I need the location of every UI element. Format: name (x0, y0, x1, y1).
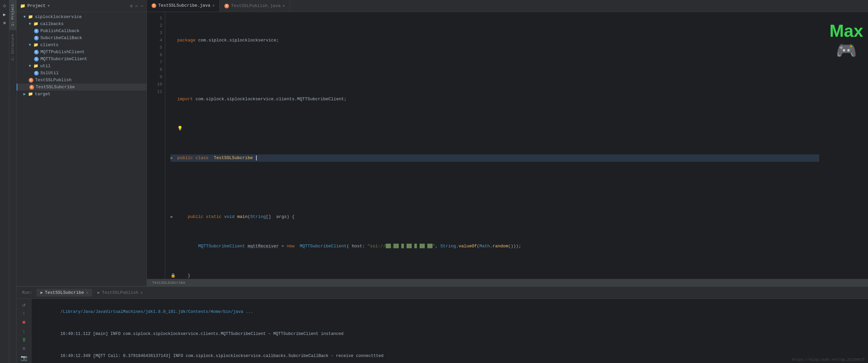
tree-item-util[interactable]: ▼ 📁 util (17, 62, 147, 69)
url-text: https://blog.csdn.net/qq_22239675 (792, 358, 865, 362)
tree-item-siplocklockservice[interactable]: ▼ 📁 siplocklockservice (17, 13, 147, 20)
tree-label-target: target (35, 91, 51, 96)
exchange-icon[interactable]: ⇔ (135, 3, 138, 9)
code-content[interactable]: package com.siplock.siplocklockservice; … (165, 12, 825, 279)
tree-item-clients[interactable]: ▼ 📁 clients (17, 41, 147, 49)
console-output: /Library/Java/JavaVirtualMachines/jdk1.8… (31, 299, 868, 363)
project-header-left: 📁 Project ▼ (20, 3, 50, 9)
bottom-tabs: Run: ▶ TestSSLSubcribe ✕ ▶ TestSSLPublis… (17, 287, 868, 299)
tab-icon-publish: C (224, 4, 229, 8)
class-icon-subcribe-callback: C (34, 36, 39, 40)
tree-item-mqtt-subcribe-client[interactable]: C MQTTSubcribeClient (17, 55, 147, 62)
project-panel: 📁 Project ▼ ⚙ ⇔ ⋯ ▼ 📁 siplocklockservice (17, 0, 147, 286)
run-label: Run: (19, 290, 35, 295)
bottom-tab-publish[interactable]: ▶ TestSSLPublish ✕ (93, 289, 147, 297)
more-icon[interactable]: ⋯ (141, 3, 143, 9)
left-toolbar: ⚙ ▶ ■ (0, 0, 9, 363)
tree-label-mqtt-publish-client: MQTTPublishClient (40, 50, 85, 54)
statusbar-filename: TestSSLSubcribe (152, 281, 185, 285)
project-title: Project (27, 3, 46, 8)
tree-item-mqtt-publish-client[interactable]: C MQTTPublishClient (17, 49, 147, 55)
tree-item-ssl-util[interactable]: C SslUtil (17, 69, 147, 77)
code-line-2 (170, 66, 819, 74)
folder-open-icon-callbacks: ▼ 📁 (29, 21, 38, 26)
stop-button[interactable]: ■ (20, 319, 28, 326)
tab-close-subcribe[interactable]: ✕ (212, 3, 215, 8)
code-text-3: import com.siplock.siplocklockservice.cl… (177, 95, 346, 103)
gear-icon[interactable]: ⚙ (130, 3, 133, 9)
tree-item-subcribe-callback[interactable]: C SubcribeCallBack (17, 34, 147, 41)
tree-item-publish-callback[interactable]: C PublishCallback (17, 27, 147, 34)
console-line-1: /Library/Java/JavaVirtualMachines/jdk1.8… (35, 301, 864, 323)
code-line-4: 💡 (170, 125, 819, 132)
tab-close-publish[interactable]: ✕ (283, 3, 285, 8)
side-label-project[interactable]: 1: Project (9, 0, 17, 30)
pause-button[interactable]: ⏸ (20, 337, 28, 343)
tab-label-subcribe: TestSSLSubcribe.java (158, 3, 210, 8)
tree-label-clients: clients (40, 43, 58, 48)
bulb-icon[interactable]: 💡 (177, 125, 183, 132)
code-line-8: MQTTSubcribeClient mqttReceiver = new MQ… (170, 243, 819, 250)
toolbar-icon-settings[interactable]: ⚙ (1, 2, 8, 9)
watermark-icon: 🎮 (836, 41, 857, 61)
bottom-tab-label-subcribe: TestSSLSubcribe (45, 290, 84, 295)
bottom-tab-subcribe[interactable]: ▶ TestSSLSubcribe ✕ (36, 289, 92, 297)
editor-area: C TestSSLSubcribe.java ✕ C TestSSLPublis… (147, 0, 868, 286)
tree-label-test-ssl-subcribe: TestSSLSubcribe (36, 85, 75, 90)
code-line-5: ▶ public class TestSSLSubcribe (170, 155, 819, 162)
tab-icon-subcribe: C (152, 3, 156, 8)
content-area: 📁 Project ▼ ⚙ ⇔ ⋯ ▼ 📁 siplocklockservice (17, 0, 868, 286)
tree-item-test-ssl-subcribe[interactable]: C TestSSLSubcribe (17, 84, 147, 91)
tree-label-test-ssl-publish: TestSSLPublish (35, 78, 71, 83)
folder-open-icon-util: ▼ 📁 (29, 63, 38, 68)
code-line-7: ▶ public static void main(String[] args)… (170, 213, 819, 221)
line-numbers: 1 2 3 4 5 6 7 8 9 10 11 (147, 12, 165, 279)
restart-button[interactable]: ↺ (20, 302, 28, 308)
console-log-1: 16:49:11.112 [main] INFO com.siplock.sip… (60, 332, 344, 336)
tree-item-test-ssl-publish[interactable]: C TestSSLPublish (17, 77, 147, 84)
editor-tabs: C TestSSLSubcribe.java ✕ C TestSSLPublis… (147, 0, 868, 12)
tab-testssl-subcribe[interactable]: C TestSSLSubcribe.java ✕ (147, 0, 220, 12)
tree-item-target[interactable]: ▶ 📁 target (17, 91, 147, 97)
console-line-3: 16:49:12.349 [MQTT Call: 0.3791846436137… (35, 345, 864, 363)
main-container: 📁 Project ▼ ⚙ ⇔ ⋯ ▼ 📁 siplocklockservice (17, 0, 868, 363)
code-text-7: public static void main(String[] args) { (177, 213, 294, 221)
bottom-tab-label-publish: TestSSLPublish (102, 290, 138, 295)
toolbar-icon-stop[interactable]: ■ (1, 19, 8, 27)
watermark-max-text: Max (829, 22, 863, 39)
editor-statusbar: TestSSLSubcribe (147, 279, 868, 286)
tab-testssl-publish[interactable]: C TestSSLPublish.java ✕ (220, 0, 290, 12)
tree-label-callbacks: callbacks (40, 21, 63, 26)
scroll-down-button[interactable]: ↓ (20, 328, 28, 334)
folder-open-icon: ▼ 📁 (23, 15, 33, 19)
tree-item-callbacks[interactable]: ▼ 📁 callbacks (17, 20, 147, 27)
run-tab-icon-publish: ▶ (97, 290, 100, 295)
code-line-9: 🔒 } (170, 272, 819, 279)
bottom-tab-close-publish[interactable]: ✕ (141, 290, 143, 295)
console-line-2: 16:49:11.112 [main] INFO com.siplock.sip… (35, 323, 864, 345)
bottom-main: ↺ ↑ ■ ↓ ⏸ ≡ 📷 ⬇ ⏺ 🖨 /Library/Java/JavaVi… (17, 299, 868, 363)
bottom-panel: Run: ▶ TestSSLSubcribe ✕ ▶ TestSSLPublis… (17, 286, 868, 363)
arrow-icon-7: ▶ (170, 213, 175, 221)
code-text-8: MQTTSubcribeClient mqttReceiver = new MQ… (177, 243, 521, 250)
class-icon-mqtt-subcribe: C (34, 57, 39, 61)
folder-closed-icon-target: ▶ 📁 (23, 91, 33, 96)
code-editor: 1 2 3 4 5 6 7 8 9 10 11 package com (147, 12, 868, 279)
menu-button[interactable]: ≡ (20, 346, 28, 352)
class-icon-mqtt-publish: C (34, 50, 39, 54)
scroll-up-button[interactable]: ↑ (20, 311, 28, 317)
camera-button[interactable]: 📷 (20, 355, 28, 361)
code-text-1: package com.siplock.siplocklockservice; (177, 37, 279, 44)
code-line-3: import com.siplock.siplocklockservice.cl… (170, 95, 819, 103)
project-header: 📁 Project ▼ ⚙ ⇔ ⋯ (17, 0, 147, 12)
run-tab-icon-subcribe: ▶ (40, 290, 43, 295)
code-text-9: } (177, 272, 190, 279)
tree-label-util: util (40, 63, 51, 68)
side-label-structure[interactable]: 2: Structure (9, 30, 17, 64)
class-icon-test-ssl-subcribe: C (29, 85, 34, 90)
class-icon-test-ssl-publish: C (29, 78, 33, 83)
toolbar-icon-play[interactable]: ▶ (1, 11, 8, 18)
bottom-tab-close-subcribe[interactable]: ✕ (86, 290, 88, 295)
code-line-6 (170, 184, 819, 191)
tree-label-publish-callback: PublishCallback (40, 28, 80, 33)
